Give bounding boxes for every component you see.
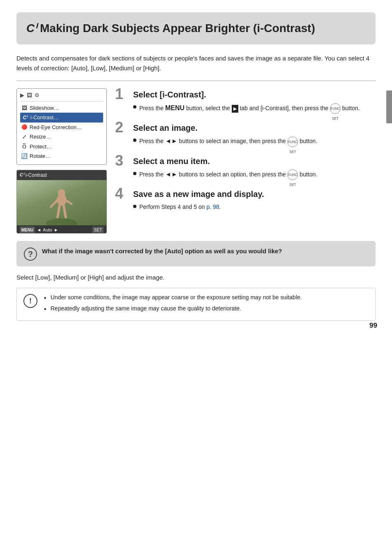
- menu-item-slideshow: 🖼 Slideshow…: [20, 103, 103, 113]
- step-1-bullet-text: Press the MENU button, select the ▶ tab …: [139, 103, 360, 114]
- warning-item-1: Under some conditions, the image may app…: [43, 293, 302, 302]
- question-icon: ?: [24, 248, 37, 261]
- step-2: 2 Select an image. Press the ◄► buttons …: [115, 122, 376, 148]
- right-column: 1 Select [i-Contrast]. Press the MENU bu…: [115, 88, 376, 234]
- camera-header-ci-icon: Cᴵ: [20, 171, 24, 178]
- step-4-number: 4: [115, 186, 130, 201]
- camera-set-button: SET: [92, 227, 104, 234]
- lr-arrows-3: ◄►: [165, 171, 178, 178]
- warning-icon: !: [23, 294, 37, 308]
- right-bar-accent: [386, 90, 392, 123]
- step-3-number: 3: [115, 153, 130, 168]
- question-box: ? What if the image wasn't corrected by …: [16, 241, 376, 266]
- camera-image-area: [17, 180, 106, 225]
- menu-settings-icon: ⚙: [35, 91, 39, 99]
- protect-icon: O̅: [21, 143, 28, 151]
- rotate-icon: 🔄: [21, 152, 28, 160]
- svg-point-0: [46, 218, 77, 225]
- svg-line-3: [51, 201, 57, 207]
- menu-item-rotate-label: Rotate…: [30, 152, 51, 160]
- step-2-bullet-1: Press the ◄► buttons to select an image,…: [133, 136, 317, 147]
- section-divider: [16, 81, 376, 81]
- step-4: 4 Save as a new image and display. Perfo…: [115, 188, 376, 213]
- camera-footer-left: MENU ◄ Auto ►: [20, 227, 58, 234]
- warning-list: Under some conditions, the image may app…: [43, 293, 302, 315]
- camera-header: Cᴵ i-Contrast: [17, 170, 106, 180]
- page: Cᴵ Making Dark Subjects Appear Brighter …: [0, 0, 392, 340]
- step-3-bullet-1: Press the ◄► buttons to select an option…: [133, 169, 317, 180]
- play-tab-icon: ▶: [232, 105, 238, 113]
- camera-footer-right: SET: [92, 227, 104, 234]
- step-4-body: Perform Steps 4 and 5 on p. 98.: [133, 202, 264, 211]
- icontrast-icon: Cᴵ: [22, 114, 28, 121]
- step-2-number: 2: [115, 120, 130, 135]
- step-4-content: Save as a new image and display. Perform…: [133, 188, 264, 213]
- step-3-title: Select a menu item.: [133, 155, 317, 167]
- camera-menu-button: MENU: [20, 227, 35, 234]
- page-98-link[interactable]: p. 98: [206, 204, 219, 210]
- bullet-dot: [133, 205, 136, 208]
- intro-text: Detects and compensates for dark section…: [16, 53, 376, 73]
- svg-point-2: [58, 189, 65, 197]
- question-text: What if the image wasn't corrected by th…: [42, 247, 282, 256]
- func-set-btn-2: FUNCSET: [287, 137, 298, 147]
- step-3-bullet-text: Press the ◄► buttons to select an option…: [139, 169, 317, 180]
- menu-item-redeye: 🔴 Red-Eye Correction…: [20, 123, 103, 132]
- camera-person-silhouette: [45, 188, 78, 225]
- camera-footer: MENU ◄ Auto ► SET: [17, 225, 106, 234]
- step-2-title: Select an image.: [133, 122, 317, 134]
- step-2-bullet-text: Press the ◄► buttons to select an image,…: [139, 136, 317, 147]
- menu-top-icons: ▶ 🖼 ⚙: [20, 91, 103, 102]
- step-4-bullet-1: Perform Steps 4 and 5 on p. 98.: [133, 202, 264, 211]
- func-set-btn-3: FUNCSET: [287, 169, 298, 180]
- step-2-body: Press the ◄► buttons to select an image,…: [133, 136, 317, 147]
- step-1-bullet-1: Press the MENU button, select the ▶ tab …: [133, 103, 360, 114]
- camera-header-label: i-Contrast: [25, 171, 47, 179]
- step-1: 1 Select [i-Contrast]. Press the MENU bu…: [115, 88, 376, 115]
- menu-item-resize: ⤢ Resize…: [20, 132, 103, 142]
- menu-item-protect: O̅ Protect…: [20, 142, 103, 152]
- warning-box: ! Under some conditions, the image may a…: [16, 288, 376, 321]
- header-title-text: Making Dark Subjects Appear Brighter (i-…: [40, 20, 315, 37]
- menu-item-icontrast-label: i-Contrast…: [30, 113, 59, 122]
- resize-icon: ⤢: [21, 133, 28, 141]
- menu-item-icontrast: Cᴵ i-Contrast…: [20, 113, 103, 123]
- step-1-content: Select [i-Contrast]. Press the MENU butt…: [133, 88, 360, 115]
- menu-bold: MENU: [165, 104, 184, 111]
- header-box: Cᴵ Making Dark Subjects Appear Brighter …: [16, 12, 376, 44]
- func-set-btn-1: FUNCSET: [330, 103, 341, 114]
- bullet-dot: [133, 172, 136, 175]
- step-3-body: Press the ◄► buttons to select an option…: [133, 169, 317, 180]
- step-2-content: Select an image. Press the ◄► buttons to…: [133, 122, 317, 148]
- camera-right-arrow: ►: [54, 227, 58, 234]
- ci-icon: Cᴵ: [26, 20, 37, 37]
- main-content: ▶ 🖼 ⚙ 🖼 Slideshow… Cᴵ i-Contrast… 🔴 Red-…: [16, 88, 376, 234]
- menu-item-rotate: 🔄 Rotate…: [20, 151, 103, 161]
- menu-image-icon: 🖼: [27, 91, 32, 99]
- menu-item-protect-label: Protect…: [30, 143, 52, 151]
- step-1-title: Select [i-Contrast].: [133, 88, 360, 101]
- svg-line-6: [64, 206, 66, 217]
- answer-text: Select [Low], [Medium] or [High] and adj…: [16, 273, 376, 282]
- camera-left-arrow: ◄: [37, 227, 41, 234]
- menu-item-redeye-label: Red-Eye Correction…: [30, 123, 82, 132]
- camera-screenshot: Cᴵ i-Contrast: [16, 170, 107, 234]
- menu-item-resize-label: Resize…: [30, 133, 51, 141]
- page-number: 99: [369, 320, 377, 331]
- menu-screenshot: ▶ 🖼 ⚙ 🖼 Slideshow… Cᴵ i-Contrast… 🔴 Red-…: [16, 88, 107, 165]
- step-3: 3 Select a menu item. Press the ◄► butto…: [115, 155, 376, 181]
- step-3-content: Select a menu item. Press the ◄► buttons…: [133, 155, 317, 181]
- redeye-icon: 🔴: [21, 123, 28, 131]
- svg-line-5: [58, 206, 60, 217]
- step-4-bullet-text: Perform Steps 4 and 5 on p. 98.: [139, 202, 264, 211]
- step-1-body: Press the MENU button, select the ▶ tab …: [133, 103, 360, 114]
- lr-arrows-2: ◄►: [165, 137, 178, 144]
- menu-play-icon: ▶: [20, 91, 24, 99]
- svg-line-4: [67, 201, 71, 204]
- camera-auto-label: Auto: [43, 227, 52, 234]
- step-4-title: Save as a new image and display.: [133, 188, 264, 200]
- warning-item-2: Repeatedly adjusting the same image may …: [43, 304, 302, 313]
- bullet-dot: [133, 139, 136, 142]
- bullet-dot: [133, 105, 136, 109]
- slideshow-icon: 🖼: [21, 104, 28, 112]
